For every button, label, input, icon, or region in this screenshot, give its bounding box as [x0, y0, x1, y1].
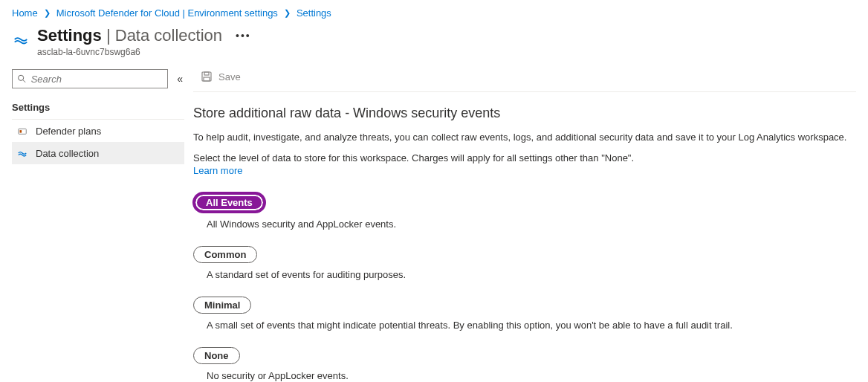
option-all-events-desc: All Windows security and AppLocker event… — [207, 218, 856, 230]
page-title: Settings | Data collection — [37, 26, 222, 45]
save-button[interactable]: Save — [198, 69, 244, 84]
sidebar-item-defender-plans[interactable]: Defender plans — [12, 120, 184, 142]
sidebar-section-title: Settings — [12, 99, 184, 120]
svg-rect-3 — [20, 130, 22, 133]
main-content: Save Store additional raw data - Windows… — [193, 63, 856, 382]
option-none[interactable]: None — [193, 347, 240, 364]
page-header: Settings | Data collection ••• asclab-la… — [0, 23, 868, 63]
chevron-right-icon: ❯ — [284, 8, 291, 18]
more-actions-button[interactable]: ••• — [236, 30, 251, 42]
sidebar-item-label: Defender plans — [36, 126, 101, 137]
breadcrumb: Home ❯ Microsoft Defender for Cloud | En… — [0, 0, 868, 23]
search-input-wrapper[interactable] — [12, 69, 168, 88]
option-common[interactable]: Common — [193, 246, 257, 263]
toolbar: Save — [193, 69, 856, 92]
option-none-desc: No security or AppLocker events. — [207, 370, 856, 381]
section-title: Store additional raw data - Windows secu… — [193, 106, 856, 121]
breadcrumb-home[interactable]: Home — [12, 7, 38, 19]
svg-line-1 — [23, 80, 25, 82]
sidebar-item-data-collection[interactable]: Data collection — [12, 142, 184, 164]
event-level-options: All Events All Windows security and AppL… — [193, 192, 856, 381]
option-all-events[interactable]: All Events — [193, 192, 265, 213]
learn-more-link[interactable]: Learn more — [193, 165, 856, 176]
section-description-1: To help audit, investigate, and analyze … — [193, 130, 856, 145]
defender-plans-icon — [16, 125, 28, 137]
search-icon — [17, 74, 27, 84]
workspace-icon — [12, 30, 30, 48]
svg-rect-5 — [204, 72, 209, 75]
option-minimal-desc: A small set of events that might indicat… — [207, 320, 856, 331]
chevron-right-icon: ❯ — [44, 8, 51, 18]
sidebar-item-label: Data collection — [36, 148, 99, 159]
option-minimal[interactable]: Minimal — [193, 297, 251, 314]
collapse-sidebar-button[interactable]: « — [175, 71, 184, 86]
resource-name: asclab-la-6uvnc7bswg6a6 — [37, 47, 251, 57]
search-input[interactable] — [31, 74, 163, 85]
data-collection-icon — [16, 147, 28, 159]
sidebar: « Settings Defender plans Data collectio… — [12, 63, 184, 382]
svg-rect-2 — [19, 129, 27, 134]
svg-rect-6 — [204, 77, 210, 81]
breadcrumb-settings[interactable]: Settings — [297, 7, 331, 19]
option-common-desc: A standard set of events for auditing pu… — [207, 269, 856, 280]
save-button-label: Save — [218, 71, 241, 82]
section-description-2: Select the level of data to store for th… — [193, 151, 856, 166]
breadcrumb-env-settings[interactable]: Microsoft Defender for Cloud | Environme… — [56, 7, 278, 19]
svg-point-0 — [19, 75, 24, 80]
save-icon — [201, 71, 213, 82]
